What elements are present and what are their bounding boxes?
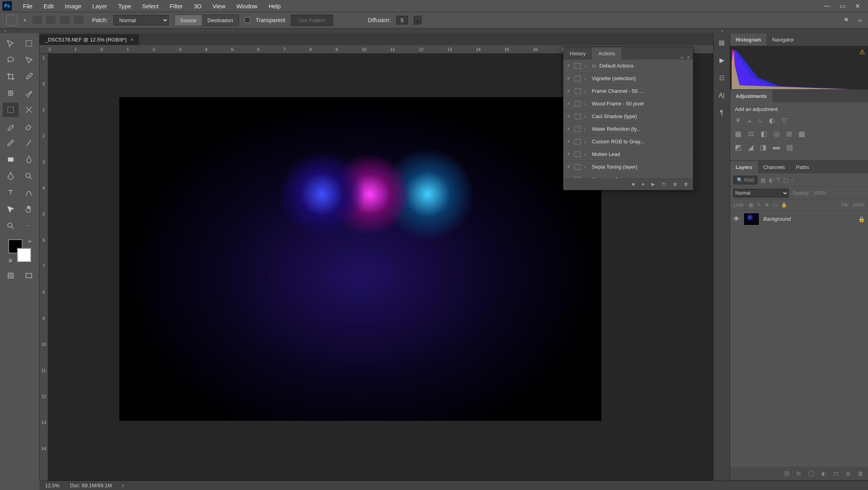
collapse-toolbox-icon[interactable]: « <box>2 28 9 33</box>
tab-history[interactable]: History <box>563 47 592 60</box>
tab-actions[interactable]: Actions <box>592 47 621 60</box>
eraser-tool[interactable] <box>21 119 37 133</box>
menu-edit[interactable]: Edit <box>38 3 59 9</box>
menu-select[interactable]: Select <box>137 3 164 9</box>
new-set-icon[interactable]: 🗀 <box>662 182 666 186</box>
panel-icon-swatches[interactable]: ▤ <box>719 39 725 46</box>
direct-select-tool[interactable] <box>3 202 19 216</box>
adj-invert-icon[interactable]: ◩ <box>735 143 742 152</box>
more-tools[interactable]: ⋯ <box>21 219 37 233</box>
transparent-checkbox[interactable] <box>245 17 250 23</box>
opacity-value[interactable]: 100% <box>814 190 826 196</box>
blur-tool[interactable] <box>21 152 37 167</box>
layer-fx-icon[interactable]: fx <box>796 470 801 477</box>
histogram-warning-icon[interactable]: ⚠ <box>859 48 865 56</box>
layer-mask-icon[interactable]: ◯ <box>808 470 814 477</box>
adj-selective-icon[interactable]: ▤ <box>786 143 793 152</box>
tab-paths[interactable]: Paths <box>791 161 815 173</box>
layer-thumbnail[interactable] <box>744 213 759 225</box>
menu-image[interactable]: Image <box>59 3 87 9</box>
new-adjustment-icon[interactable]: ◐ <box>821 470 826 477</box>
close-tab-icon[interactable]: × <box>131 37 134 43</box>
adj-hue-icon[interactable]: ▦ <box>735 130 742 138</box>
brush-tool[interactable] <box>21 86 37 100</box>
menu-help[interactable]: Help <box>263 3 286 9</box>
marquee-tool[interactable] <box>21 36 37 51</box>
adj-gradientmap-icon[interactable]: ▬ <box>773 143 780 152</box>
screenmode-tool[interactable] <box>21 268 37 283</box>
filter-type-icon[interactable]: T <box>777 177 780 183</box>
adj-bw-icon[interactable]: ◧ <box>761 130 767 138</box>
action-row[interactable]: ✓›Custom RGB to Gray... <box>563 135 693 148</box>
menu-file[interactable]: File <box>17 3 38 9</box>
eyedropper-tool[interactable] <box>21 69 37 84</box>
adj-photo-filter-icon[interactable]: ◎ <box>774 130 780 138</box>
tab-adjustments[interactable]: Adjustments <box>730 90 772 102</box>
healing-tool[interactable] <box>3 86 19 100</box>
path-tool[interactable] <box>21 186 37 200</box>
delete-layer-icon[interactable]: 🗑 <box>858 470 863 477</box>
menu-type[interactable]: Type <box>113 3 137 9</box>
default-colors-icon[interactable]: ◪ <box>8 258 12 262</box>
rectangle-tool[interactable] <box>3 152 19 167</box>
filter-adjust-icon[interactable]: ◐ <box>769 177 774 183</box>
link-layers-icon[interactable]: ⛓ <box>784 470 789 477</box>
crop-tool[interactable] <box>3 69 19 84</box>
stop-action-icon[interactable]: ■ <box>632 182 635 186</box>
panel-icon-play[interactable]: ▶ <box>719 56 724 64</box>
menu-layer[interactable]: Layer <box>87 3 113 9</box>
close-icon[interactable]: ✕ <box>855 2 860 10</box>
background-swatch[interactable] <box>17 248 31 262</box>
menu-3d[interactable]: 3D <box>188 3 207 9</box>
panel-menu-icon[interactable]: ≡ <box>687 55 690 60</box>
actions-panel[interactable]: History Actions » ≡ ✓ ⌄ 🗀 Default Action… <box>563 47 693 190</box>
adj-exposure-icon[interactable]: ◐ <box>769 116 775 125</box>
patch-subtract-icon[interactable] <box>60 16 70 24</box>
minimize-icon[interactable]: — <box>824 2 830 10</box>
tab-navigator[interactable]: Navigator <box>766 34 800 46</box>
doc-info-chevron-icon[interactable]: › <box>122 482 124 488</box>
new-action-icon[interactable]: ⊞ <box>673 182 677 187</box>
adj-brightness-icon[interactable]: ☀ <box>735 116 741 125</box>
lock-artboard-icon[interactable]: ▭ <box>773 202 777 208</box>
patch-add-icon[interactable] <box>46 16 56 24</box>
maximize-icon[interactable]: ▭ <box>840 2 845 10</box>
zoom-level[interactable]: 12.5% <box>45 482 60 488</box>
diffusion-stepper[interactable]: ⌄ <box>414 16 422 24</box>
history-brush-tool[interactable] <box>3 119 19 133</box>
record-action-icon[interactable]: ● <box>642 182 644 186</box>
type-tool[interactable] <box>3 186 19 200</box>
pen-tool[interactable] <box>3 169 19 183</box>
patch-mode-select[interactable]: Normal <box>113 15 169 25</box>
adj-lut-icon[interactable]: ▩ <box>798 130 805 138</box>
patch-intersect-icon[interactable] <box>74 16 83 24</box>
swap-colors-icon[interactable]: ⇄ <box>28 239 31 244</box>
menu-filter[interactable]: Filter <box>164 3 188 9</box>
panel-icon-paragraph[interactable]: ¶ <box>720 109 723 116</box>
filter-kind-select[interactable]: 🔍 Kind <box>733 176 757 184</box>
action-row[interactable]: ✓›Vignette (selection) <box>563 72 693 85</box>
action-row[interactable]: ✓›Sepia Toning (layer) <box>563 161 693 173</box>
workspace-icon[interactable]: ▭ <box>858 18 862 23</box>
adj-channel-mixer-icon[interactable]: ⊞ <box>786 130 792 138</box>
move-tool[interactable] <box>3 36 19 51</box>
color-swatches[interactable]: ⇄ ◪ <box>8 239 31 262</box>
adj-balance-icon[interactable]: ⚖ <box>748 130 754 138</box>
filter-pixel-icon[interactable]: ▦ <box>761 177 766 183</box>
doc-info[interactable]: Doc: 69.1M/69.1M <box>70 482 112 488</box>
action-row[interactable]: ✓›Wood Frame - 50 pixel <box>563 98 693 110</box>
filter-shape-icon[interactable]: ▢ <box>783 177 789 183</box>
new-group-icon[interactable]: 🗀 <box>833 470 839 477</box>
layer-name[interactable]: Background <box>763 216 854 222</box>
fill-value[interactable]: 100% <box>853 202 865 208</box>
clone-tool[interactable] <box>21 103 37 117</box>
new-layer-icon[interactable]: ⊞ <box>846 470 851 477</box>
action-dialog-box[interactable] <box>574 63 581 69</box>
panel-icon-styles[interactable]: ☷ <box>719 74 725 82</box>
tab-channels[interactable]: Channels <box>758 161 791 173</box>
action-row[interactable]: ✓›Quadrant Colors <box>563 173 693 178</box>
layer-visibility-icon[interactable]: 👁 <box>733 216 740 223</box>
action-enabled-check[interactable]: ✓ <box>566 63 571 68</box>
blend-mode-select[interactable]: Normal <box>733 189 789 197</box>
lock-pixels-icon[interactable]: ▦ <box>749 202 753 208</box>
